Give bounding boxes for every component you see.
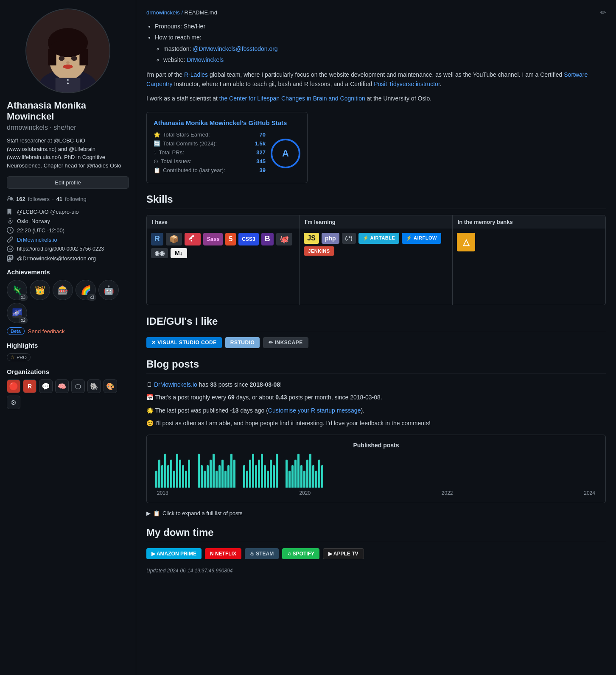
svg-point-7 <box>49 40 87 55</box>
chart-bar-42 <box>300 465 302 488</box>
readme-pronouns: Pronouns: She/Her <box>155 22 606 31</box>
tidyverse-link[interactable]: Posit Tidyverse instructor <box>374 81 440 87</box>
chart-bar-17 <box>213 454 215 488</box>
org-2[interactable]: R <box>23 379 36 393</box>
beta-row: Beta Send feedback <box>7 327 129 335</box>
link-icon <box>7 236 14 243</box>
skill-css3: CSS3 <box>238 233 258 245</box>
achievement-badge-2[interactable]: 👑 <box>30 280 50 300</box>
chart-bar-10 <box>185 471 187 488</box>
meta-clock-text: 22:20 (UTC -12:00) <box>17 227 64 234</box>
following-count[interactable]: 41 <box>56 196 62 202</box>
center-link[interactable]: the Center for Lifespan Changes in Brain… <box>219 95 365 102</box>
highlights-content: ☆ PRO <box>7 353 129 361</box>
skills-table-body: R 📦 Sass 5 CSS3 B 🐙 ◉◉ M <box>147 229 605 305</box>
meta-link-text[interactable]: DrMowinckels.io <box>17 237 57 243</box>
chart-bar-9 <box>182 465 184 488</box>
blog-site-link[interactable]: DrMowinckels.io <box>154 381 197 388</box>
edit-profile-button[interactable]: Edit profile <box>7 176 129 189</box>
chart-bar-0 <box>155 471 157 488</box>
achievement-badge-5[interactable]: 🤖 <box>98 280 119 300</box>
skills-col3-header: In the memory banks <box>453 215 605 229</box>
pro-badge: ☆ PRO <box>7 353 31 361</box>
organizations-title: Organizations <box>7 368 129 375</box>
expand-posts-row[interactable]: ▶ 📋 Click to expand a full list of posts <box>146 510 606 516</box>
org-3[interactable]: 💬 <box>39 379 53 393</box>
followers-count[interactable]: 162 <box>16 196 25 202</box>
stats-value-stars: 70 <box>260 131 266 138</box>
org-7[interactable]: 🎨 <box>104 379 117 393</box>
readme-edit-icon[interactable]: ✏ <box>600 8 606 17</box>
chart-bar-43 <box>303 471 305 488</box>
send-feedback-link[interactable]: Send feedback <box>28 328 65 335</box>
location-icon <box>7 218 14 224</box>
svg-point-8 <box>59 56 64 61</box>
expand-label: Click to expand a full list of posts <box>162 510 243 516</box>
chart-bar-13 <box>201 465 203 488</box>
chart-bars <box>154 454 599 488</box>
organizations-grid: 🔴 R 💬 🧠 ⬡ 🐘 🎨 ⚙ <box>7 379 129 409</box>
chart-bar-18 <box>216 471 218 488</box>
chart-labels: 2018 2020 2022 2024 <box>154 488 599 496</box>
skill-php: php <box>322 233 339 244</box>
stats-label-prs: ↕ Total PRs: <box>154 149 184 156</box>
mastodon-link[interactable]: @DrMowinckels@fosstodon.org <box>193 45 277 52</box>
chart-bar-47 <box>315 471 317 488</box>
skill-sass: Sass <box>203 233 223 245</box>
badge-count-6: x2 <box>19 317 28 324</box>
chart-label-2018: 2018 <box>157 490 168 496</box>
skill-r: R <box>151 233 163 245</box>
mastodon-icon <box>7 255 14 262</box>
achievement-badge-4[interactable]: 🌈 x3 <box>76 280 96 300</box>
stats-card-title: Athanasia Monika Mowinckel's GitHub Stat… <box>154 119 300 126</box>
stats-card-inner: ⭐ Total Stars Earned: 70 🔄 Total Commits… <box>154 131 300 176</box>
org-8[interactable]: ⚙ <box>7 396 20 409</box>
chart-bar-24 <box>233 460 235 488</box>
rladies-link[interactable]: R-Ladies <box>184 71 208 78</box>
ide-vscode: ✕ VISUAL STUDIO CODE <box>146 337 222 348</box>
chart-bar-4 <box>167 465 169 488</box>
org-4[interactable]: 🧠 <box>55 379 69 393</box>
org-5[interactable]: ⬡ <box>71 379 85 393</box>
readme-body: Pronouns: She/Her How to reach me: masto… <box>146 22 606 103</box>
skills-col1: R 📦 Sass 5 CSS3 B 🐙 ◉◉ M <box>147 229 300 305</box>
skill-js: JS <box>304 233 319 244</box>
profile-username: drmowinckels · she/her <box>7 124 129 131</box>
org-6[interactable]: 🐘 <box>87 379 101 393</box>
achievement-badge-6[interactable]: 🌌 x2 <box>7 303 27 323</box>
chart-label-2024: 2024 <box>584 490 595 496</box>
software-carpentry-link[interactable]: Sortware Carpentry <box>146 71 588 87</box>
chart-bar-19 <box>218 465 221 488</box>
stats-card: Athanasia Monika Mowinckel's GitHub Stat… <box>146 112 308 183</box>
chart-bar-15 <box>207 465 209 488</box>
stats-label-stars: ⭐ Total Stars Earned: <box>154 131 210 138</box>
svg-point-15 <box>67 79 69 81</box>
achievement-badge-3[interactable]: 🎰 <box>53 280 73 300</box>
meta-org-text: @LCBC-UiO @capro-uio <box>17 209 79 215</box>
chart-bar-8 <box>179 460 181 488</box>
stats-row-contributed: 📋 Contributed to (last year): 39 <box>154 167 266 173</box>
skills-table: I have I'm learning In the memory banks … <box>146 215 606 305</box>
website-link[interactable]: DrMowinckels <box>187 56 224 63</box>
meta-orcid: id https://orcid.org/0000-0002-5756-0223 <box>7 245 129 252</box>
skill-bootstrap: B <box>261 233 274 245</box>
meta-link: DrMowinckels.io <box>7 236 129 243</box>
skill-markdown: M↓ <box>171 248 187 258</box>
stats-row-issues: ⊙ Total Issues: 345 <box>154 158 266 165</box>
chart-bar-11 <box>188 460 190 488</box>
achievement-badge-1[interactable]: 🦎 x3 <box>7 280 27 300</box>
chart-bar-34 <box>270 460 272 488</box>
stats-label-issues: ⊙ Total Issues: <box>154 158 191 165</box>
chart-bar-12 <box>198 454 200 488</box>
avatar <box>25 8 110 93</box>
org-1[interactable]: 🔴 <box>7 379 20 393</box>
chart-bar-44 <box>306 460 308 488</box>
readme-website: website: DrMowinckels <box>163 55 606 64</box>
chart-bar-21 <box>224 471 227 488</box>
following-label: following <box>65 196 87 202</box>
chart-bar-25 <box>243 465 245 488</box>
stats-label-contributed: 📋 Contributed to (last year): <box>154 167 225 173</box>
stats-value-issues: 345 <box>256 158 266 165</box>
followers-icon <box>7 195 14 202</box>
last-post-link[interactable]: Customise your R startup message <box>268 407 361 414</box>
